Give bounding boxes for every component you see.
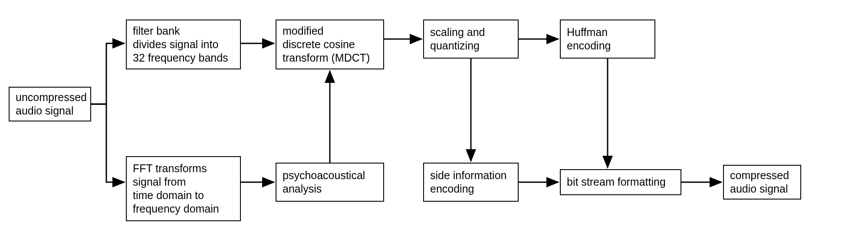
box-filter-bank-label: filter bankdivides signal into32 frequen… (133, 24, 228, 65)
box-fft: FFT transformssignal fromtime domain tof… (126, 156, 241, 221)
box-output: compressedaudio signal (723, 165, 801, 200)
box-input: uncompressedaudio signal (9, 87, 91, 121)
box-scaling-label: scaling andquantizing (430, 26, 485, 53)
box-bitstream-label: bit stream formatting (567, 175, 666, 189)
box-input-label: uncompressedaudio signal (16, 91, 87, 118)
box-side-info-label: side informationencoding (430, 169, 506, 196)
box-filter-bank: filter bankdivides signal into32 frequen… (126, 20, 241, 69)
box-bitstream: bit stream formatting (560, 169, 681, 195)
box-scaling: scaling andquantizing (423, 20, 519, 59)
arrow-input-to-fft (91, 104, 124, 182)
box-psycho-label: psychoacousticalanalysis (283, 169, 365, 196)
arrow-input-to-filterbank (91, 43, 124, 104)
box-side-info: side informationencoding (423, 163, 519, 202)
box-huffman: Huffmanencoding (560, 20, 655, 59)
box-huffman-label: Huffmanencoding (567, 26, 611, 53)
box-fft-label: FFT transformssignal fromtime domain tof… (133, 162, 219, 216)
box-mdct-label: modifieddiscrete cosinetransform (MDCT) (283, 24, 370, 65)
box-mdct: modifieddiscrete cosinetransform (MDCT) (276, 20, 384, 69)
box-psycho: psychoacousticalanalysis (276, 163, 384, 202)
box-output-label: compressedaudio signal (730, 169, 789, 196)
